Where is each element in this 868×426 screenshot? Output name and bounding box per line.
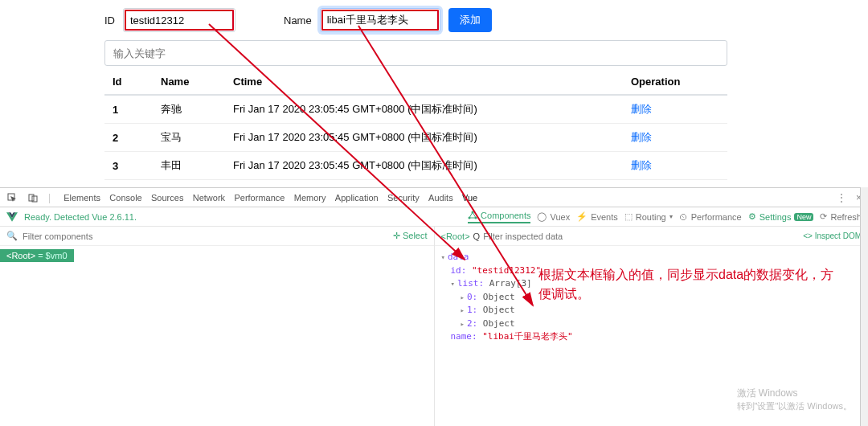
cell-ctime: Fri Jan 17 2020 23:05:45 GMT+0800 (中国标准时… <box>225 95 623 124</box>
list-item[interactable]: 2: Object <box>441 317 862 331</box>
table-row: 3丰田Fri Jan 17 2020 23:05:45 GMT+0800 (中国… <box>104 152 727 180</box>
cell-id: 2 <box>104 124 153 152</box>
list-item[interactable]: 1: Object <box>441 304 862 317</box>
id-input[interactable] <box>123 8 235 32</box>
filter-inspected-input[interactable] <box>483 231 571 241</box>
devtools-tab-network[interactable]: Network <box>190 191 228 204</box>
devtools-tabbar: | Elements Console Sources Network Perfo… <box>0 188 868 207</box>
inspect-dom-link[interactable]: <> Inspect DOM <box>803 231 862 240</box>
th-id: Id <box>104 69 153 95</box>
refresh-button[interactable]: ⟳Refresh <box>820 211 862 222</box>
name-label: Name <box>284 14 312 27</box>
devtools-tab-performance[interactable]: Performance <box>231 191 288 204</box>
breadcrumb-q: Q <box>473 231 481 241</box>
tab-components[interactable]: Components <box>468 211 530 223</box>
svg-rect-1 <box>29 195 34 201</box>
inspector-breadcrumb: <Root> Q <> Inspect DOM <box>435 227 869 246</box>
tab-vuex[interactable]: ◯Vuex <box>537 211 570 222</box>
cell-ctime: Fri Jan 17 2020 23:05:45 GMT+0800 (中国标准时… <box>225 124 623 152</box>
devtools-tab-audits[interactable]: Audits <box>425 191 457 204</box>
search-input[interactable] <box>104 40 727 66</box>
cell-name: 奔驰 <box>153 95 225 124</box>
delete-link[interactable]: 删除 <box>631 159 652 171</box>
form-row: ID Name 添加 <box>104 8 860 32</box>
tab-events[interactable]: ⚡Events <box>576 211 618 222</box>
delete-link[interactable]: 删除 <box>631 131 652 143</box>
tab-routing[interactable]: ⬚Routing▾ <box>624 211 673 222</box>
filter-components-row: 🔍 ✛ Select <box>0 227 434 246</box>
tab-performance[interactable]: ⏲Performance <box>679 212 742 222</box>
scrollbar-track[interactable] <box>860 187 868 426</box>
devtools-tab-security[interactable]: Security <box>384 191 423 204</box>
th-operation: Operation <box>623 69 727 95</box>
component-tree-root[interactable]: <Root> = $vm0 <box>0 249 74 262</box>
data-table: Id Name Ctime Operation 1奔驰Fri Jan 17 20… <box>104 69 727 180</box>
th-ctime: Ctime <box>225 69 623 95</box>
select-component-button[interactable]: ✛ Select <box>393 231 428 241</box>
table-row: 1奔驰Fri Jan 17 2020 23:05:45 GMT+0800 (中国… <box>104 95 727 124</box>
th-name: Name <box>153 69 225 95</box>
delete-link[interactable]: 删除 <box>631 103 652 115</box>
cell-name: 丰田 <box>153 152 225 180</box>
devtools-tab-vue[interactable]: Vue <box>459 191 481 204</box>
devtools-tab-memory[interactable]: Memory <box>291 191 330 204</box>
vue-status-bar: Ready. Detected Vue 2.6.11. Components ◯… <box>0 207 868 227</box>
vue-status-text: Ready. Detected Vue 2.6.11. <box>24 212 137 222</box>
breadcrumb-root[interactable]: <Root> <box>441 231 470 241</box>
vue-logo-icon <box>6 211 18 223</box>
id-label: ID <box>104 14 115 27</box>
annotation-text: 根据文本框输入的值，同步显示data的数据变化，方便调试。 <box>538 265 844 304</box>
table-row: 2宝马Fri Jan 17 2020 23:05:45 GMT+0800 (中国… <box>104 124 727 152</box>
filter-components-input[interactable] <box>23 231 388 241</box>
search-icon: 🔍 <box>6 231 18 241</box>
inspect-element-icon[interactable] <box>6 192 18 203</box>
cell-ctime: Fri Jan 17 2020 23:05:45 GMT+0800 (中国标准时… <box>225 152 623 180</box>
device-toggle-icon[interactable] <box>27 192 39 203</box>
cell-id: 1 <box>104 95 153 124</box>
windows-watermark: 激活 Windows 转到"设置"以激活 Windows。 <box>737 387 853 412</box>
more-icon[interactable]: ⋮ <box>837 192 846 203</box>
devtools-tab-sources[interactable]: Sources <box>148 191 186 204</box>
devtools-tab-console[interactable]: Console <box>106 191 145 204</box>
tab-settings[interactable]: ⚙SettingsNew <box>748 211 814 222</box>
cell-id: 3 <box>104 152 153 180</box>
cell-name: 宝马 <box>153 124 225 152</box>
name-input[interactable] <box>320 8 440 32</box>
add-button[interactable]: 添加 <box>448 8 492 32</box>
devtools-tab-application[interactable]: Application <box>332 191 382 204</box>
devtools-tab-elements[interactable]: Elements <box>60 191 104 204</box>
